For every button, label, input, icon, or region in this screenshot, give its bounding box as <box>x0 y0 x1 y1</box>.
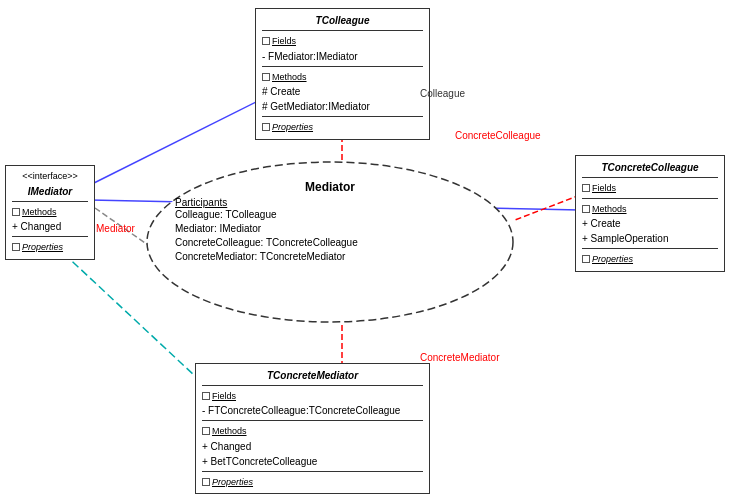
participant-3: ConcreteColleague: TConcreteColleague <box>175 236 485 250</box>
tconcretecolleague-fields-label: Fields <box>592 183 616 193</box>
participant-2: Mediator: IMediator <box>175 222 485 236</box>
tconcretecolleague-title: TConcreteColleague <box>582 160 718 175</box>
tcolleague-field-1: - FMediator:IMediator <box>262 49 423 64</box>
tconcretemediator-field-1: - FTConcreteColleague:TConcreteColleague <box>202 403 423 418</box>
tconcretecolleague-properties-label: Properties <box>592 254 633 264</box>
concrete-colleague-label: ConcreteColleague <box>455 130 541 141</box>
properties-icon <box>262 123 270 131</box>
tconcretemediator-method-2: + BetTConcreteColleague <box>202 454 423 469</box>
tcolleague-properties-label: Properties <box>272 122 313 132</box>
tcolleague-method-1: # Create <box>262 84 423 99</box>
methods-icon-3 <box>582 205 590 213</box>
imediator-methods-label: Methods <box>22 207 57 217</box>
imediator-stereotype: <<interface>> <box>12 170 88 184</box>
fields-icon-4 <box>202 392 210 400</box>
methods-icon-2 <box>12 208 20 216</box>
mediator-title: Mediator <box>175 180 485 194</box>
tcolleague-fields-section: Fields - FMediator:IMediator <box>262 30 423 64</box>
properties-icon-2 <box>12 243 20 251</box>
fields-icon <box>262 37 270 45</box>
tconcretemediator-fields-section: Fields - FTConcreteColleague:TConcreteCo… <box>202 385 423 419</box>
colleague-label: Colleague <box>420 88 465 99</box>
tcolleague-methods-section: Methods # Create # GetMediator:IMediator <box>262 66 423 115</box>
tconcretemediator-fields-label: Fields <box>212 391 236 401</box>
tconcretemediator-method-1: + Changed <box>202 439 423 454</box>
tconcretecolleague-fields-section: Fields <box>582 177 718 196</box>
mediator-content: Mediator Participants Colleague: TCollea… <box>165 175 495 269</box>
fields-icon-3 <box>582 184 590 192</box>
mediator-label: Mediator <box>96 223 135 234</box>
tconcretecolleague-methods-section: Methods + Create + SampleOperation <box>582 198 718 247</box>
imediator-methods-section: Methods + Changed <box>12 201 88 235</box>
participant-4: ConcreteMediator: TConcreteMediator <box>175 250 485 264</box>
tconcretecolleague-method-1: + Create <box>582 216 718 231</box>
tconcretecolleague-box: TConcreteColleague Fields Methods + Crea… <box>575 155 725 272</box>
participant-1: Colleague: TColleague <box>175 208 485 222</box>
tconcretecolleague-properties-section: Properties <box>582 248 718 267</box>
tconcretecolleague-methods-label: Methods <box>592 204 627 214</box>
methods-icon <box>262 73 270 81</box>
properties-icon-4 <box>202 478 210 486</box>
tcolleague-title: TColleague <box>262 13 423 28</box>
tcolleague-fields-label: Fields <box>272 36 296 46</box>
imediator-box: <<interface>> IMediator Methods + Change… <box>5 165 95 260</box>
properties-icon-3 <box>582 255 590 263</box>
tconcretemediator-box: TConcreteMediator Fields - FTConcreteCol… <box>195 363 430 495</box>
participants-header: Participants <box>175 197 485 208</box>
tcolleague-properties-section: Properties <box>262 116 423 135</box>
concrete-mediator-label: ConcreteMediator <box>420 352 499 363</box>
tconcretecolleague-method-2: + SampleOperation <box>582 231 718 246</box>
tconcretemediator-properties-label: Properties <box>212 477 253 487</box>
tcolleague-methods-label: Methods <box>272 72 307 82</box>
tconcretemediator-methods-section: Methods + Changed + BetTConcreteColleagu… <box>202 420 423 469</box>
imediator-properties-label: Properties <box>22 242 63 252</box>
imediator-method-1: + Changed <box>12 219 88 234</box>
tconcretemediator-properties-section: Properties <box>202 471 423 490</box>
imediator-title: IMediator <box>12 184 88 199</box>
tcolleague-box: TColleague Fields - FMediator:IMediator … <box>255 8 430 140</box>
tconcretemediator-title: TConcreteMediator <box>202 368 423 383</box>
methods-icon-4 <box>202 427 210 435</box>
tconcretemediator-methods-label: Methods <box>212 426 247 436</box>
tcolleague-method-2: # GetMediator:IMediator <box>262 99 423 114</box>
svg-line-3 <box>515 195 580 220</box>
imediator-properties-section: Properties <box>12 236 88 255</box>
